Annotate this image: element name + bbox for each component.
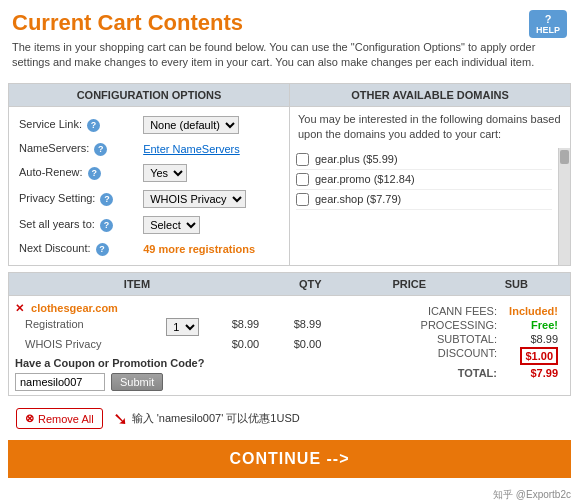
fees-row-subtotal: SUBTOTAL: $8.99	[325, 332, 558, 346]
registration-qty: 1 2 3	[160, 318, 205, 336]
service-link-select[interactable]: None (default)	[143, 116, 239, 134]
config-row-autorenew: Auto-Renew: ? Yes No	[17, 161, 281, 185]
privacy-help-icon[interactable]: ?	[100, 193, 113, 206]
discount-amount: $1.00	[525, 350, 553, 362]
discount-value: $1.00	[503, 347, 558, 365]
config-row-nameservers: NameServers: ? Enter NameServers	[17, 139, 281, 159]
cart-left-col: ✕ clothesgear.com Registration 1	[15, 300, 325, 391]
red-arrow-icon: ➘	[113, 408, 128, 430]
set-years-label: Set all years to:	[19, 218, 95, 230]
col-header-item: ITEM	[9, 273, 265, 295]
domain-name-1: gear.promo ($12.84)	[315, 173, 415, 185]
col-header-sub: SUB	[463, 273, 570, 295]
config-row-next-discount: Next Discount: ? 49 more registrations	[17, 239, 281, 259]
service-link-label: Service Link:	[19, 118, 82, 130]
total-value: $7.99	[503, 367, 558, 379]
config-options-header: CONFIGURATION OPTIONS	[9, 84, 289, 107]
remove-all-label: Remove All	[38, 413, 94, 425]
domain-checkbox-1[interactable]	[296, 173, 309, 186]
remove-all-button[interactable]: ⊗ Remove All	[16, 408, 103, 429]
continue-button-label: CONTINUE -->	[230, 450, 350, 467]
next-discount-link[interactable]: 49 more registrations	[143, 243, 255, 255]
autorenew-label: Auto-Renew:	[19, 166, 83, 178]
discount-label: DISCOUNT:	[438, 347, 497, 365]
nameservers-help-icon[interactable]: ?	[94, 143, 107, 156]
remove-all-x-icon: ⊗	[25, 412, 34, 425]
help-button[interactable]: ? HELP	[529, 10, 567, 38]
cart-domain-name: clothesgear.com	[31, 302, 118, 314]
domain-list: gear.plus ($5.99) gear.promo ($12.84) ge…	[290, 148, 558, 265]
discount-highlight-box: $1.00	[520, 347, 558, 365]
other-domains-panel: OTHER AVAILABLE DOMAINS You may be inter…	[290, 84, 570, 265]
domain-checkbox-0[interactable]	[296, 153, 309, 166]
domain-row: ✕ clothesgear.com	[15, 300, 325, 317]
autorenew-select[interactable]: Yes No	[143, 164, 187, 182]
config-row-service-link: Service Link: ? None (default)	[17, 113, 281, 137]
service-link-help-icon[interactable]: ?	[87, 119, 100, 132]
watermark-text: 知乎 @Exportb2c	[493, 489, 571, 500]
processing-label: PROCESSING:	[421, 319, 497, 331]
whois-price: $0.00	[205, 338, 267, 350]
set-years-select[interactable]: Select 1 2 3	[143, 216, 200, 234]
autorenew-help-icon[interactable]: ?	[88, 167, 101, 180]
icann-value: Included!	[503, 305, 558, 317]
config-options-table: Service Link: ? None (default) NameServe…	[9, 107, 289, 265]
coupon-row: Have a Coupon or Promotion Code?	[15, 357, 325, 369]
fees-block: ICANN FEES: Included! PROCESSING: Free! …	[325, 304, 558, 380]
enter-nameservers-link[interactable]: Enter NameServers	[143, 143, 240, 155]
fees-row-discount: DISCOUNT: $1.00	[325, 346, 558, 366]
help-label: HELP	[536, 25, 560, 35]
registration-sub: $8.99	[267, 318, 325, 336]
remove-item-icon[interactable]: ✕	[15, 302, 24, 314]
col-header-price: PRICE	[356, 273, 463, 295]
set-years-help-icon[interactable]: ?	[100, 219, 113, 232]
watermark: 知乎 @Exportb2c	[0, 486, 579, 500]
next-discount-label: Next Discount:	[19, 242, 91, 254]
config-row-set-years: Set all years to: ? Select 1 2 3	[17, 213, 281, 237]
domain-checkbox-2[interactable]	[296, 193, 309, 206]
registration-label: Registration	[25, 318, 160, 336]
continue-section[interactable]: CONTINUE -->	[8, 440, 571, 478]
cart-table-header: ITEM QTY PRICE SUB	[9, 273, 570, 296]
domain-name-cell: ✕ clothesgear.com	[15, 302, 325, 315]
domain-item-2: gear.shop ($7.79)	[296, 190, 552, 210]
config-row-privacy: Privacy Setting: ? WHOIS Privacy None	[17, 187, 281, 211]
subtotal-label: SUBTOTAL:	[437, 333, 497, 345]
whois-sub: $0.00	[267, 338, 325, 350]
domain-item-1: gear.promo ($12.84)	[296, 170, 552, 190]
col-header-qty: QTY	[265, 273, 356, 295]
fees-row-processing: PROCESSING: Free!	[325, 318, 558, 332]
other-domains-description: You may be interested in the following d…	[290, 107, 570, 148]
domain-name-0: gear.plus ($5.99)	[315, 153, 398, 165]
cart-right-col: ICANN FEES: Included! PROCESSING: Free! …	[325, 300, 564, 391]
fees-row-icann: ICANN FEES: Included!	[325, 304, 558, 318]
annotation-text: 输入 'namesilo007' 可以优惠1USD	[132, 411, 300, 426]
privacy-select[interactable]: WHOIS Privacy None	[143, 190, 246, 208]
domain-scrollbar[interactable]	[558, 148, 570, 265]
whois-label: WHOIS Privacy	[25, 338, 160, 350]
cart-row-whois: WHOIS Privacy $0.00 $0.00	[25, 337, 325, 351]
page-wrapper: Current Cart Contents ? HELP The items i…	[0, 0, 579, 500]
config-section: CONFIGURATION OPTIONS Service Link: ? No…	[8, 83, 571, 266]
cart-row-registration: Registration 1 2 3 $8.99 $8.99	[25, 317, 325, 337]
coupon-input[interactable]	[15, 373, 105, 391]
privacy-label: Privacy Setting:	[19, 192, 95, 204]
header-description: The items in your shopping cart can be f…	[12, 40, 567, 71]
annotation-area: ➘ 输入 'namesilo007' 可以优惠1USD	[113, 408, 563, 430]
registration-qty-select[interactable]: 1 2 3	[166, 318, 199, 336]
cart-sub-rows: Registration 1 2 3 $8.99 $8.99	[25, 317, 325, 351]
icann-label: ICANN FEES:	[428, 305, 497, 317]
next-discount-help-icon[interactable]: ?	[96, 243, 109, 256]
page-header: Current Cart Contents ? HELP The items i…	[0, 0, 579, 77]
domain-item-0: gear.plus ($5.99)	[296, 150, 552, 170]
domain-name-2: gear.shop ($7.79)	[315, 193, 401, 205]
nameservers-label: NameServers:	[19, 142, 89, 154]
coupon-input-row: Submit	[15, 373, 325, 391]
coupon-submit-button[interactable]: Submit	[111, 373, 163, 391]
other-domains-header: OTHER AVAILABLE DOMAINS	[290, 84, 570, 107]
subtotal-value: $8.99	[503, 333, 558, 345]
page-title: Current Cart Contents	[12, 10, 567, 36]
config-options-panel: CONFIGURATION OPTIONS Service Link: ? No…	[9, 84, 290, 265]
bottom-row: ⊗ Remove All ➘ 输入 'namesilo007' 可以优惠1USD	[8, 402, 571, 436]
registration-price: $8.99	[205, 318, 267, 336]
